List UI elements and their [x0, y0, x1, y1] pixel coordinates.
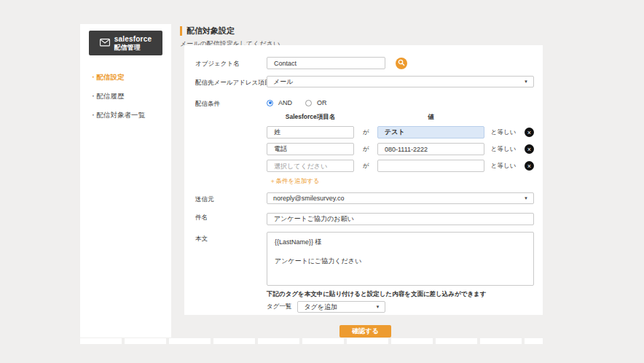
condition-comparator: と等しい — [484, 162, 522, 171]
field-column-header: Salesforce項目名 — [267, 113, 354, 122]
condition-value-input[interactable] — [377, 143, 484, 155]
sidebar: salesforce 配信管理 ・配信設定 ・配信履歴 ・配信対象者一覧 — [80, 24, 171, 337]
condition-row: が と等しい × — [267, 143, 534, 155]
logo-subtitle: 配信管理 — [114, 44, 152, 51]
subject-label: 件名 — [195, 211, 267, 225]
condition-connector: が — [354, 128, 377, 137]
tag-list-selected-value: タグを追加 — [304, 302, 337, 312]
condition-field-input[interactable] — [267, 143, 354, 155]
tag-usage-note: 下記のタグを本文中に貼り付けると設定した内容を文面に差し込みができます — [267, 290, 534, 299]
condition-field-input[interactable] — [267, 160, 354, 172]
conditions-row: 配信条件 AND OR Salesforce項目名 値 が と等しい × — [195, 97, 534, 187]
object-search-button[interactable] — [396, 58, 407, 69]
envelope-icon — [100, 36, 110, 50]
operator-radio-group: AND OR — [267, 97, 534, 106]
sidebar-menu: ・配信設定 ・配信履歴 ・配信対象者一覧 — [90, 73, 171, 120]
email-field-label: 配信先メールアドレス項目 — [195, 76, 267, 87]
and-radio[interactable] — [267, 100, 273, 106]
and-radio-label: AND — [278, 99, 292, 106]
remove-icon: × — [527, 129, 531, 136]
remove-condition-button[interactable]: × — [525, 128, 534, 137]
remove-icon: × — [527, 146, 531, 153]
tag-list-select[interactable]: タグを追加 ▼ — [297, 301, 385, 313]
body-label: 本文 — [195, 232, 267, 313]
subject-row: 件名 — [195, 211, 534, 225]
object-name-input[interactable] — [267, 57, 385, 69]
value-column-header: 値 — [377, 113, 484, 122]
sender-row: 送信元 noreply@smilesurvey.co ▼ — [195, 192, 534, 204]
tag-list-row: タグ一覧 タグを追加 ▼ — [267, 301, 534, 313]
object-name-label: オブジェクト名 — [195, 57, 267, 69]
caret-down-icon: ▼ — [524, 196, 528, 200]
sender-label: 送信元 — [195, 192, 267, 204]
condition-value-input[interactable] — [377, 160, 484, 172]
condition-comparator: と等しい — [484, 128, 522, 137]
caret-down-icon: ▼ — [524, 79, 528, 84]
caret-down-icon: ▼ — [375, 305, 380, 309]
sidebar-item-delivery-settings[interactable]: ・配信設定 — [90, 73, 171, 82]
body-textarea[interactable]: {{LastName}} 様 アンケートにご協力ください — [267, 232, 534, 286]
object-name-row: オブジェクト名 — [195, 57, 534, 69]
email-field-row: 配信先メールアドレス項目 メール ▼ — [195, 76, 534, 87]
email-field-select[interactable]: メール ▼ — [267, 76, 534, 87]
page-bottom-edge — [80, 338, 543, 344]
condition-comparator: と等しい — [484, 145, 522, 154]
page-title: 配信対象設定 — [180, 26, 286, 36]
tag-list-label: タグ一覧 — [267, 302, 291, 311]
condition-value-input[interactable] — [377, 126, 484, 138]
condition-row: が と等しい × — [267, 160, 534, 172]
or-radio[interactable] — [305, 100, 312, 106]
conditions-header: Salesforce項目名 値 — [267, 113, 534, 122]
email-field-selected-value: メール — [273, 77, 293, 87]
subject-input[interactable] — [267, 213, 534, 225]
condition-row: が と等しい × — [267, 126, 534, 138]
search-icon — [398, 58, 405, 69]
condition-field-input[interactable] — [267, 126, 354, 138]
sidebar-item-delivery-history[interactable]: ・配信履歴 — [90, 92, 171, 101]
delivery-settings-form: オブジェクト名 配信先メールアドレス項目 メール ▼ — [184, 45, 543, 315]
confirm-button[interactable]: 確認する — [339, 325, 391, 337]
or-radio-label: OR — [317, 99, 327, 106]
sender-selected-value: noreply@smilesurvey.co — [273, 195, 345, 202]
sender-select[interactable]: noreply@smilesurvey.co ▼ — [267, 192, 534, 204]
logo-title: salesforce — [114, 35, 152, 44]
page: { "colors": { "accent_orange": "#ED9B2F"… — [0, 0, 644, 363]
sidebar-item-recipient-list[interactable]: ・配信対象者一覧 — [90, 111, 171, 120]
condition-connector: が — [354, 145, 377, 154]
app-logo: salesforce 配信管理 — [89, 31, 162, 55]
conditions-label: 配信条件 — [195, 97, 267, 187]
remove-condition-button[interactable]: × — [525, 161, 534, 171]
body-row: 本文 {{LastName}} 様 アンケートにご協力ください 下記のタグを本文… — [195, 232, 534, 313]
add-condition-link[interactable]: ＋条件を追加する — [270, 177, 320, 186]
condition-connector: が — [354, 162, 377, 171]
remove-condition-button[interactable]: × — [525, 144, 534, 154]
remove-icon: × — [527, 163, 531, 170]
